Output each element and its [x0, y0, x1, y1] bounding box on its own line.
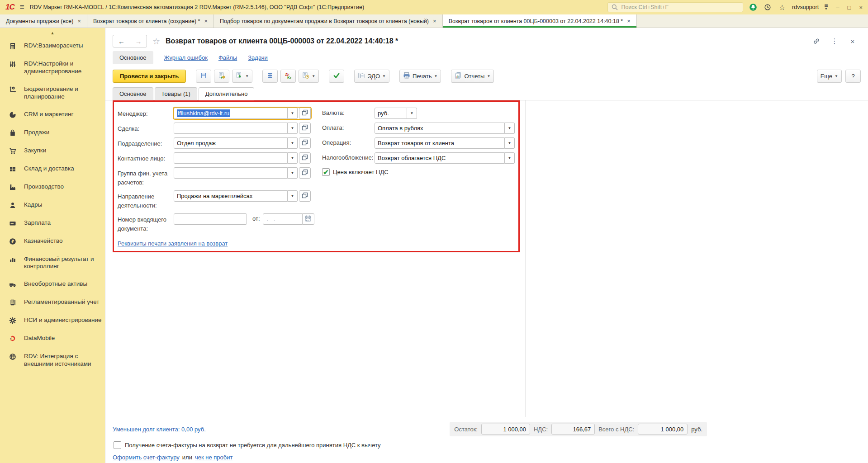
- sidebar-item[interactable]: RDV:Взаиморасчеты: [0, 37, 105, 55]
- navlink-osnovnoe[interactable]: Основное: [113, 51, 153, 64]
- sidebar-item[interactable]: RDV:Настройки и администрирование: [0, 55, 105, 80]
- field-input[interactable]: [174, 123, 288, 134]
- field-input[interactable]: lfilushkina@rdv-it.ru: [174, 108, 288, 119]
- minimize-button[interactable]: –: [836, 4, 839, 11]
- field-input[interactable]: Отдел продаж: [174, 137, 288, 149]
- dropdown-button[interactable]: ▼: [288, 152, 298, 164]
- favorites-star-icon[interactable]: ☆: [778, 3, 787, 12]
- print-menu-button[interactable]: Печать▼: [399, 70, 441, 83]
- field-input[interactable]: Возврат товаров от клиента: [375, 137, 505, 149]
- main-menu-icon[interactable]: ≡: [20, 3, 24, 12]
- create-invoice-link[interactable]: Оформить счет-фактуру: [113, 454, 180, 461]
- edo-menu-button[interactable]: ЭДО▼: [354, 70, 389, 83]
- open-button[interactable]: [299, 108, 311, 119]
- dropdown-button[interactable]: ▼: [288, 108, 298, 119]
- sidebar-item[interactable]: Регламентированный учет: [0, 293, 105, 312]
- sidebar-item[interactable]: Кадры: [0, 196, 105, 214]
- close-window-button[interactable]: ×: [859, 4, 863, 11]
- sidebar-item[interactable]: Бюджетирование и планирование: [0, 80, 105, 106]
- more-button[interactable]: Еще▼: [817, 70, 842, 83]
- sidebar-item[interactable]: Финансовый результат и контроллинг: [0, 250, 105, 276]
- sidebar-item[interactable]: Склад и доставка: [0, 160, 105, 178]
- sidebar-item[interactable]: Зарплата: [0, 214, 105, 232]
- sidebar-item[interactable]: ₽ Казначейство: [0, 232, 105, 250]
- tab-close-icon[interactable]: ×: [627, 18, 631, 24]
- field-input[interactable]: [174, 167, 288, 179]
- return-claim-print-link[interactable]: Реквизиты печати заявления на возврат: [118, 240, 317, 247]
- client-debt-link[interactable]: Уменьшен долг клиента: 0,00 руб.: [113, 426, 206, 433]
- field-input[interactable]: Продажи на маркетплейсах: [174, 190, 288, 202]
- open-button[interactable]: [299, 190, 311, 202]
- tab-close-icon[interactable]: ×: [77, 18, 81, 24]
- form-tab-dopolnitelno[interactable]: Дополнительно: [199, 87, 255, 100]
- check-fill-button[interactable]: [329, 70, 344, 83]
- more-kebab-icon[interactable]: ⋮: [830, 37, 839, 46]
- field-input[interactable]: руб.: [375, 108, 407, 119]
- notifications-bell-icon[interactable]: [749, 3, 758, 12]
- form-tab-osnovnoe[interactable]: Основное: [113, 87, 153, 100]
- sidebar-item[interactable]: Закупки: [0, 142, 105, 160]
- help-button[interactable]: ?: [845, 70, 861, 83]
- tab-close-icon[interactable]: ×: [433, 18, 436, 24]
- tab[interactable]: Подбор товаров по документам продажи в В…: [214, 14, 443, 28]
- invoice-not-required-checkbox[interactable]: [114, 441, 121, 449]
- sidebar-item[interactable]: Внеоборотные активы: [0, 275, 105, 293]
- navlink-files[interactable]: Файлы: [218, 54, 237, 61]
- dropdown-button[interactable]: ▼: [505, 123, 515, 134]
- vat-included-checkbox[interactable]: ✔: [322, 168, 330, 176]
- sidebar-collapse-icon[interactable]: ▲: [0, 28, 105, 37]
- open-button[interactable]: [299, 152, 311, 164]
- reports-menu-button[interactable]: Отчеты▼: [451, 70, 494, 83]
- forward-button[interactable]: →: [130, 35, 147, 47]
- field-input[interactable]: [174, 152, 288, 164]
- sidebar-item[interactable]: Продажи: [0, 124, 105, 142]
- dropdown-button[interactable]: ▼: [288, 137, 298, 149]
- history-icon[interactable]: [763, 3, 772, 12]
- dropdown-button[interactable]: ▼: [288, 123, 298, 134]
- receipt-not-printed-link[interactable]: чек не пробит: [195, 454, 232, 461]
- document-movements-button[interactable]: ▼: [299, 70, 319, 83]
- debit-credit-button[interactable]: ДтКт: [280, 70, 296, 83]
- global-search[interactable]: [607, 2, 743, 12]
- sidebar-item[interactable]: RDV: Интеграция с внешними источниками: [0, 348, 105, 373]
- tab[interactable]: Возврат товаров от клиента 00ЦБ-000003 о…: [443, 14, 637, 28]
- post-and-close-button[interactable]: Провести и закрыть: [113, 70, 186, 83]
- tab-label: Документы продажи (все): [6, 18, 73, 24]
- register-records-button[interactable]: [262, 70, 278, 83]
- current-user[interactable]: rdvsupport: [792, 4, 819, 10]
- tab-close-icon[interactable]: ×: [204, 18, 208, 24]
- form-tab-tovary[interactable]: Товары (1): [155, 87, 197, 100]
- calendar-button[interactable]: [303, 213, 314, 225]
- open-button[interactable]: [299, 137, 311, 149]
- sidebar-item[interactable]: Производство: [0, 178, 105, 196]
- navlink-tasks[interactable]: Задачи: [248, 54, 268, 61]
- navlink-error-log[interactable]: Журнал ошибок: [164, 54, 208, 61]
- incoming-date-input[interactable]: . .: [263, 213, 303, 225]
- dropdown-button[interactable]: ▼: [407, 108, 417, 119]
- tab[interactable]: Возврат товаров от клиента (создание) * …: [87, 14, 214, 28]
- sidebar-item[interactable]: НСИ и администрирование: [0, 312, 105, 330]
- back-button[interactable]: ←: [113, 35, 130, 47]
- field-input[interactable]: Оплата в рублях: [375, 123, 505, 134]
- dropdown-button[interactable]: ▼: [505, 137, 515, 149]
- field-input[interactable]: Возврат облагается НДС: [375, 152, 505, 164]
- post-document-button[interactable]: [214, 70, 229, 83]
- sidebar-item[interactable]: DataMobile: [0, 330, 105, 348]
- service-menu-icon[interactable]: ≡▾: [824, 4, 828, 11]
- dropdown-button[interactable]: ▼: [505, 152, 515, 164]
- open-button[interactable]: [299, 167, 311, 179]
- favorite-star-icon[interactable]: ☆: [152, 36, 160, 47]
- maximize-button[interactable]: □: [848, 4, 851, 11]
- get-link-icon[interactable]: [812, 37, 821, 46]
- post-document-icon: [218, 72, 225, 80]
- sidebar-item[interactable]: CRM и маркетинг: [0, 106, 105, 124]
- dropdown-button[interactable]: ▼: [288, 190, 298, 202]
- open-button[interactable]: [299, 123, 311, 134]
- close-document-icon[interactable]: ×: [848, 37, 857, 46]
- incoming-number-input[interactable]: [174, 213, 247, 225]
- search-input[interactable]: [621, 4, 740, 10]
- tab[interactable]: Документы продажи (все) ×: [0, 14, 87, 28]
- dropdown-button[interactable]: ▼: [288, 167, 298, 179]
- post-menu-button[interactable]: ▼: [232, 70, 252, 83]
- save-button[interactable]: [196, 70, 211, 83]
